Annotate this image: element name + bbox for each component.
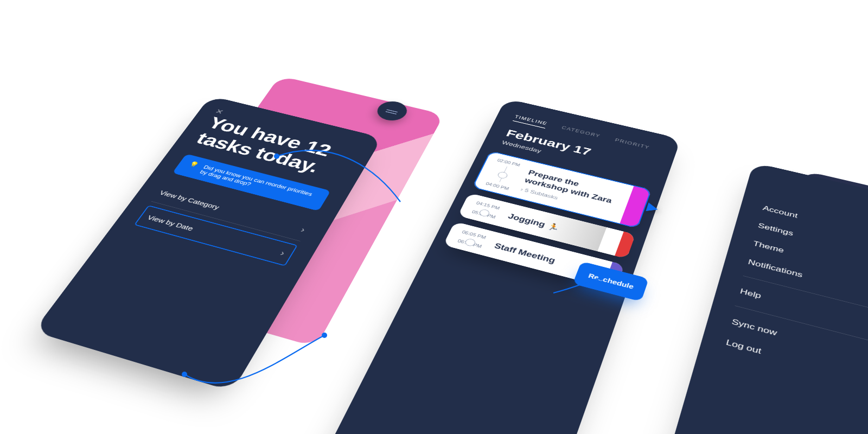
view-label: View by Category (158, 189, 221, 210)
menu-label: Help (739, 287, 762, 301)
view-label: View by Date (146, 214, 195, 232)
menu-label: Log out (725, 337, 762, 356)
task-start-time: 02:00 PM (496, 158, 521, 167)
menu-label: Settings (757, 221, 794, 238)
lightbulb-icon: 💡 (188, 161, 200, 168)
menu-label: Account (762, 204, 799, 220)
task-start-time: 06:05 PM (461, 229, 487, 240)
chevron-right-icon: › (299, 226, 307, 234)
timeline-dot-icon (464, 238, 476, 247)
menu-label: Theme (752, 239, 785, 254)
task-start-time: 04:15 PM (476, 201, 501, 210)
close-icon[interactable]: ✕ (213, 107, 225, 116)
chevron-right-icon: › (278, 248, 286, 258)
category-stripe (615, 232, 635, 259)
settings-panel: ✕ Account › Settings › Theme › Notificat… (649, 162, 868, 434)
timeline-dot-icon (496, 171, 508, 179)
task-end-time: 06:30 PM (457, 238, 482, 249)
task-end-time: 04:00 PM (485, 181, 509, 191)
